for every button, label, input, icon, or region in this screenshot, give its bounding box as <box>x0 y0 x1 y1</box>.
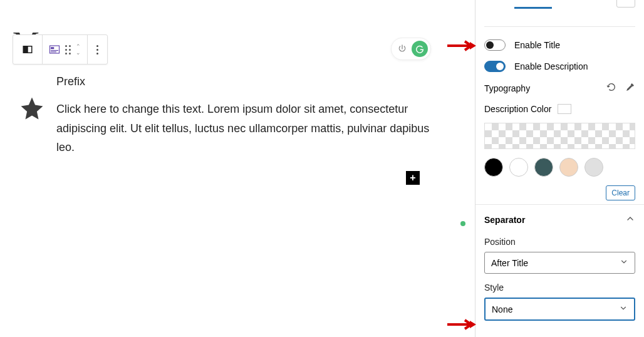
clear-button[interactable]: Clear <box>606 185 635 200</box>
editor-canvas: M t ⌃⌄ <box>0 0 469 337</box>
separator-section-header[interactable]: Separator <box>475 204 644 234</box>
swatch-4[interactable] <box>559 158 578 177</box>
svg-rect-4 <box>51 47 54 49</box>
enable-description-toggle[interactable] <box>484 61 506 72</box>
description-color-row: Description Color <box>475 99 644 119</box>
color-indicator[interactable] <box>558 104 571 114</box>
enable-title-toggle[interactable] <box>484 39 506 51</box>
toolbar-parent-button[interactable] <box>13 35 43 64</box>
prefix-text[interactable]: Prefix <box>56 75 431 88</box>
floating-actions <box>391 38 431 60</box>
power-button[interactable] <box>394 41 410 57</box>
info-box-icon[interactable] <box>49 44 60 55</box>
swatch-5[interactable] <box>584 158 603 177</box>
status-indicator <box>460 221 465 226</box>
style-label: Style <box>475 280 644 295</box>
toolbar-block-group: ⌃⌄ <box>43 35 88 64</box>
description-color-label: Description Color <box>484 104 551 114</box>
color-swatches <box>475 153 644 182</box>
chevron-down-icon <box>620 257 628 268</box>
enable-description-label: Enable Description <box>514 61 588 71</box>
color-picker-area[interactable] <box>484 123 635 149</box>
info-box-block[interactable]: Prefix Click here to change this text. L… <box>19 75 431 157</box>
chevron-down-icon <box>619 304 628 314</box>
reset-icon[interactable] <box>606 82 616 94</box>
star-icon <box>19 95 45 157</box>
position-value: After Title <box>491 258 528 268</box>
position-select[interactable]: After Title <box>484 252 635 274</box>
description-text[interactable]: Click here to change this text. Lorem ip… <box>56 100 431 157</box>
style-select[interactable]: None <box>484 298 635 321</box>
separator-title: Separator <box>484 215 525 225</box>
block-settings-sidebar: Enable Title Enable Description Typograp… <box>475 0 644 337</box>
dots-vertical-icon <box>96 45 98 54</box>
move-arrows[interactable]: ⌃⌄ <box>76 44 81 56</box>
enable-title-row: Enable Title <box>475 34 644 56</box>
chevron-up-icon <box>625 214 635 226</box>
enable-title-label: Enable Title <box>514 40 560 50</box>
toolbar-more-button[interactable] <box>88 35 107 64</box>
enable-description-row: Enable Description <box>475 56 644 77</box>
position-label: Position <box>475 234 644 249</box>
typography-row: Typography <box>475 77 644 99</box>
swatch-3[interactable] <box>534 158 553 177</box>
add-block-button[interactable]: + <box>406 171 420 185</box>
plus-icon: + <box>410 172 415 184</box>
settings-icon[interactable] <box>625 82 635 94</box>
typography-label: Typography <box>484 83 530 93</box>
style-value: None <box>492 304 512 314</box>
svg-rect-2 <box>23 46 28 53</box>
swatch-1[interactable] <box>484 158 503 177</box>
drag-handle-icon[interactable] <box>65 45 71 54</box>
annotation-arrow-2 <box>446 318 477 331</box>
sidebar-top-button[interactable] <box>616 0 635 8</box>
swatch-2[interactable] <box>509 158 528 177</box>
annotation-arrow-1 <box>446 39 477 52</box>
tab-indicator <box>514 7 552 9</box>
grammarly-button[interactable] <box>412 41 428 57</box>
block-toolbar: ⌃⌄ <box>13 34 108 65</box>
column-icon <box>22 44 33 55</box>
